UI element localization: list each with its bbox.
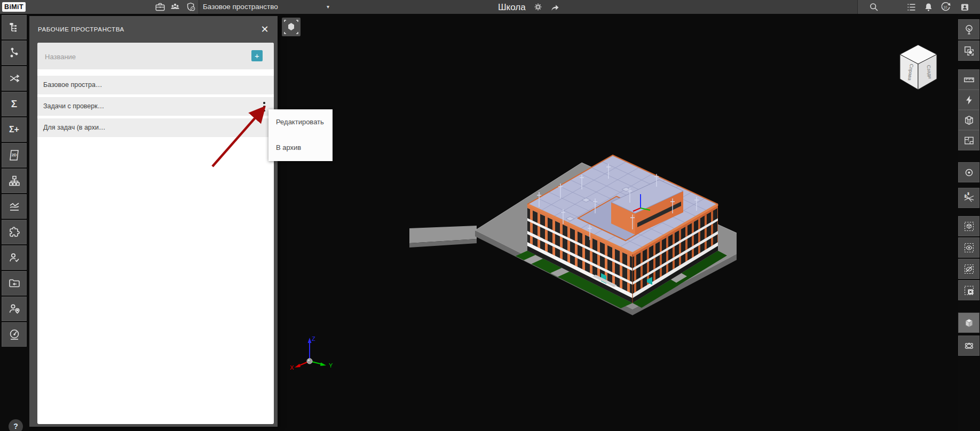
security-button[interactable]: [184, 0, 198, 14]
grid-axes-button[interactable]: 1 2: [958, 188, 979, 208]
puzzle-icon: [8, 226, 21, 238]
shuffle-icon: [8, 72, 21, 85]
git-branch-icon: [8, 46, 21, 59]
app-logo[interactable]: BiMiT: [2, 2, 26, 12]
shading-mode-button[interactable]: [958, 313, 979, 333]
users-icon: [169, 1, 181, 13]
context-menu-archive[interactable]: В архив: [268, 135, 333, 161]
top-bar: BiMiT Базовое пространство ▾ Школа: [0, 0, 980, 14]
workspace-name-input[interactable]: [44, 50, 222, 63]
refresh-button[interactable]: 10: [938, 0, 952, 14]
toolbar-2d-docs-button[interactable]: 2D: [2, 143, 27, 167]
toolbar-summary-add-button[interactable]: Σ+: [2, 117, 27, 142]
left-toolbar: Σ Σ+ 2D: [0, 14, 29, 431]
hide-selection-button[interactable]: [958, 259, 979, 279]
refresh-badge: 10: [943, 5, 947, 9]
list-icon: [906, 2, 917, 13]
team-button[interactable]: [168, 0, 182, 14]
notifications-button[interactable]: [921, 0, 935, 14]
help-button[interactable]: ?: [9, 419, 23, 431]
building-model: [406, 149, 737, 320]
toolbar-analytics-button[interactable]: [2, 194, 27, 219]
view-cube[interactable]: Справа Сзади: [896, 42, 941, 91]
toolbar-plugins-button[interactable]: [2, 220, 27, 244]
search-button[interactable]: [867, 0, 881, 14]
document-2d-icon: 2D: [8, 149, 21, 162]
trend-lines-icon: [8, 200, 21, 213]
sigma-plus-icon: Σ+: [9, 125, 19, 134]
clash-button[interactable]: [958, 90, 979, 110]
orbit-mode-button[interactable]: [958, 336, 979, 356]
user-check-icon: [8, 251, 21, 264]
floor-plan-icon: [963, 134, 975, 147]
focus-selection-button[interactable]: [958, 162, 979, 182]
axis-y-label: Y: [329, 362, 333, 369]
delete-selection-button[interactable]: [958, 280, 979, 300]
toolbar-export-button[interactable]: [2, 271, 27, 296]
svg-text:1: 1: [965, 194, 966, 197]
target-icon: [963, 166, 975, 179]
toolbar-approvals-button[interactable]: [2, 245, 27, 270]
workspaces-panel: РАБОЧИЕ ПРОСТРАНСТВА ✕ + Базовое простра…: [29, 16, 278, 427]
toolbar-dashboard-button[interactable]: [2, 322, 27, 347]
toolbar-links-button[interactable]: [2, 66, 27, 91]
workspace-selector-caret-icon[interactable]: ▾: [327, 0, 329, 14]
workspace-row-label: Задачи с проверк…: [43, 102, 104, 110]
share-arrow-icon: [549, 2, 560, 13]
add-workspace-button[interactable]: +: [251, 50, 263, 61]
dashed-x-icon: [963, 284, 975, 297]
context-menu-edit[interactable]: Редактировать: [268, 109, 333, 135]
workspaces-card: + Базовое простра… Задачи с проверк… Для…: [37, 43, 274, 424]
isolate-object-button[interactable]: [958, 216, 979, 236]
measure-button[interactable]: [958, 69, 979, 90]
viewport-3d[interactable]: Справа Сзади Z X Y: [278, 14, 958, 431]
account-button[interactable]: [958, 0, 971, 14]
workspace-name-row: +: [37, 43, 274, 69]
toolbar-summary-button[interactable]: Σ: [2, 92, 27, 116]
share-button[interactable]: [548, 0, 562, 14]
svg-text:2D: 2D: [11, 153, 17, 157]
solid-cube-icon: [963, 317, 975, 329]
axis-x-label: X: [290, 364, 294, 371]
right-toolbar: 1 2: [958, 14, 980, 431]
dashed-eye-off-icon: [963, 263, 975, 275]
orbit-icon: [963, 340, 975, 352]
overlapping-frames-icon: [963, 45, 975, 57]
workspace-selector-label: Базовое пространство: [203, 3, 278, 11]
floorplan-button[interactable]: [958, 130, 979, 150]
axis-triad: Z X Y: [288, 331, 336, 371]
briefcase-icon: [154, 1, 166, 13]
selection-sets-button[interactable]: [958, 41, 979, 61]
annotation-arrow: [204, 102, 269, 173]
bell-icon: [923, 2, 934, 13]
toolbar-structure-button[interactable]: [2, 15, 27, 39]
panel-title: РАБОЧИЕ ПРОСТРАНСТВА: [38, 16, 124, 43]
toolbar-versions-button[interactable]: [2, 41, 27, 65]
lightning-icon: [963, 94, 975, 106]
section-box-button[interactable]: [958, 110, 979, 130]
environment-button[interactable]: [958, 19, 979, 39]
user-avatar-icon: [959, 2, 970, 13]
tree-structure-icon: [8, 21, 21, 34]
focus-model-button[interactable]: [282, 18, 301, 36]
axis-z-label: Z: [312, 336, 315, 342]
workspace-row-label: Базовое простра…: [43, 81, 102, 89]
list-menu-button[interactable]: [904, 0, 918, 14]
gear-icon: [533, 2, 543, 12]
workspace-row-base[interactable]: Базовое простра…: [37, 76, 274, 94]
settings-button[interactable]: [531, 0, 545, 14]
search-icon: [868, 2, 880, 13]
workspace-selector[interactable]: Базовое пространство: [203, 0, 278, 14]
crossed-axes-icon: 1 2: [963, 192, 975, 204]
cube-section-icon: [963, 114, 975, 126]
toolbar-hierarchy-button[interactable]: [2, 169, 27, 193]
show-selection-button[interactable]: [958, 237, 979, 258]
close-icon[interactable]: ✕: [258, 23, 271, 36]
sigma-icon: Σ: [11, 98, 17, 110]
sitemap-icon: [8, 174, 21, 187]
tree-icon: [963, 23, 975, 36]
shield-clock-icon: [185, 1, 197, 13]
projects-button[interactable]: [153, 0, 167, 14]
refresh-clock-icon: 10: [939, 1, 951, 13]
toolbar-field-staff-button[interactable]: [2, 297, 27, 321]
